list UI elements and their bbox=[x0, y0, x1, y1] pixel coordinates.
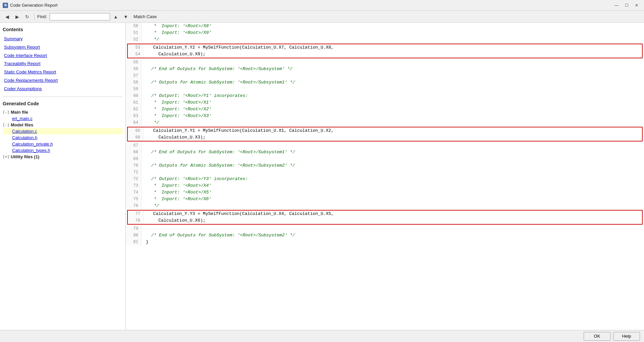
separator bbox=[34, 13, 35, 20]
table-row: 65 Calculation_Y.Y1 = MySelfFunction(Cal… bbox=[128, 127, 642, 134]
table-row: 76 */ bbox=[126, 203, 644, 209]
model-file-label: Model files bbox=[11, 122, 33, 127]
table-row: 80 /* End of Outputs for SubSystem: '<Ro… bbox=[126, 232, 644, 239]
window-title: Code Generation Report bbox=[10, 3, 610, 8]
table-row: 59 bbox=[126, 86, 644, 93]
table-row: 51 * Inport: '<Root>/X9' bbox=[126, 30, 644, 36]
help-button[interactable]: Help bbox=[613, 332, 640, 341]
bottom-bar: OK Help bbox=[0, 330, 644, 342]
utility-file-tree-item: [+] Utility files (1) bbox=[3, 154, 123, 160]
divider-1 bbox=[3, 97, 123, 97]
highlighted-block: 53 Calculation_Y.Y2 = MySelfFunction(Cal… bbox=[127, 44, 643, 58]
main-layout: Contents Summary Subsystem Report Code I… bbox=[0, 23, 644, 330]
code-panel: 50 * Inport: '<Root>/X8'51 * Inport: '<R… bbox=[126, 23, 644, 330]
nav-code-replacements-report[interactable]: Code Replacements Report bbox=[3, 76, 123, 85]
model-file-tree-item: [-] Model files bbox=[3, 122, 123, 128]
table-row: 72 /* Outport: '<Root>/Y3' incorporates: bbox=[126, 176, 644, 182]
table-row: 54 Calculation_U.X9); bbox=[128, 51, 642, 58]
highlighted-block: 65 Calculation_Y.Y1 = MySelfFunction(Cal… bbox=[127, 127, 643, 141]
refresh-button[interactable]: ↻ bbox=[23, 12, 32, 21]
table-row: 71 bbox=[126, 169, 644, 176]
nav-subsystem-report[interactable]: Subsystem Report bbox=[3, 43, 123, 52]
table-row: 66 Calculation_U.X3); bbox=[128, 134, 642, 141]
forward-button[interactable]: ▶ bbox=[13, 12, 21, 21]
table-row: 74 * Inport: '<Root>/X5' bbox=[126, 189, 644, 196]
find-label: Find: bbox=[37, 14, 47, 19]
nav-code-interface-report[interactable]: Code Interface Report bbox=[3, 52, 123, 60]
match-case-label: Match Case bbox=[133, 14, 157, 19]
table-row: 61 * Inport: '<Root>/X1' bbox=[126, 99, 644, 106]
nav-summary[interactable]: Summary bbox=[3, 35, 123, 43]
table-row: 68 /* End of Outputs for SubSystem: '<Ro… bbox=[126, 149, 644, 156]
title-bar: ⚙ Code Generation Report — ☐ ✕ bbox=[0, 0, 644, 11]
file-calculation-types-h[interactable]: Calculation_types.h bbox=[3, 147, 123, 154]
close-button[interactable]: ✕ bbox=[632, 2, 641, 9]
table-row: 79 bbox=[126, 225, 644, 232]
table-row: 70 /* Outputs for Atomic SubSystem: '<Ro… bbox=[126, 162, 644, 169]
table-row: 62 * Inport: '<Root>/X2' bbox=[126, 106, 644, 113]
back-button[interactable]: ◀ bbox=[3, 12, 11, 21]
table-row: 73 * Inport: '<Root>/X4' bbox=[126, 182, 644, 189]
contents-title: Contents bbox=[3, 27, 123, 32]
find-input[interactable] bbox=[50, 13, 110, 20]
table-row: 50 * Inport: '<Root>/X8' bbox=[126, 23, 644, 30]
table-row: 53 Calculation_Y.Y2 = MySelfFunction(Cal… bbox=[128, 44, 642, 51]
table-row: 81} bbox=[126, 239, 644, 245]
main-file-tree-item: [-] Main file bbox=[3, 109, 123, 115]
nav-traceability-report[interactable]: Traceability Report bbox=[3, 60, 123, 68]
file-calculation-h[interactable]: Calculation.h bbox=[3, 134, 123, 141]
file-calculation-c[interactable]: Calculation.c bbox=[3, 128, 123, 134]
table-row: 69 bbox=[126, 156, 644, 162]
utility-file-label: Utility files (1) bbox=[11, 154, 39, 159]
file-calculation-private-h[interactable]: Calculation_private.h bbox=[3, 141, 123, 147]
toolbar: ◀ ▶ ↻ Find: ▲ ▼ Match Case bbox=[0, 11, 644, 23]
minimize-button[interactable]: — bbox=[612, 2, 621, 9]
table-row: 60 /* Outport: '<Root>/Y1' incorporates: bbox=[126, 93, 644, 99]
utility-file-toggle[interactable]: [+] bbox=[3, 155, 9, 159]
table-row: 64 */ bbox=[126, 119, 644, 126]
nav-coder-assumptions[interactable]: Coder Assumptions bbox=[3, 85, 123, 93]
table-row: 77 Calculation_Y.Y3 = MySelfFunction(Cal… bbox=[128, 211, 642, 217]
file-ert-main-c[interactable]: ert_main.c bbox=[3, 115, 123, 122]
table-row: 67 bbox=[126, 142, 644, 149]
generated-code-title: Generated Code bbox=[3, 101, 123, 106]
window-controls: — ☐ ✕ bbox=[612, 2, 641, 9]
maximize-button[interactable]: ☐ bbox=[622, 2, 631, 9]
app-icon: ⚙ bbox=[3, 3, 8, 8]
main-file-toggle[interactable]: [-] bbox=[3, 110, 9, 114]
table-row: 57 bbox=[126, 72, 644, 79]
left-panel: Contents Summary Subsystem Report Code I… bbox=[0, 23, 126, 330]
code-area[interactable]: 50 * Inport: '<Root>/X8'51 * Inport: '<R… bbox=[126, 23, 644, 330]
nav-static-code-metrics-report[interactable]: Static Code Metrics Report bbox=[3, 68, 123, 76]
ok-button[interactable]: OK bbox=[584, 332, 610, 341]
highlighted-block: 77 Calculation_Y.Y3 = MySelfFunction(Cal… bbox=[127, 210, 643, 225]
table-row: 55 bbox=[126, 59, 644, 66]
table-row: 56 /* End of Outputs for SubSystem: '<Ro… bbox=[126, 66, 644, 72]
find-down-button[interactable]: ▼ bbox=[121, 12, 130, 21]
find-up-button[interactable]: ▲ bbox=[111, 12, 120, 21]
main-file-label: Main file bbox=[11, 110, 28, 115]
table-row: 58 /* Outputs for Atomic SubSystem: '<Ro… bbox=[126, 79, 644, 86]
model-file-toggle[interactable]: [-] bbox=[3, 123, 9, 127]
table-row: 63 * Inport: '<Root>/X3' bbox=[126, 113, 644, 119]
table-row: 78 Calculation_U.X6); bbox=[128, 217, 642, 224]
table-row: 75 * Inport: '<Root>/X6' bbox=[126, 196, 644, 203]
table-row: 52 */ bbox=[126, 36, 644, 43]
